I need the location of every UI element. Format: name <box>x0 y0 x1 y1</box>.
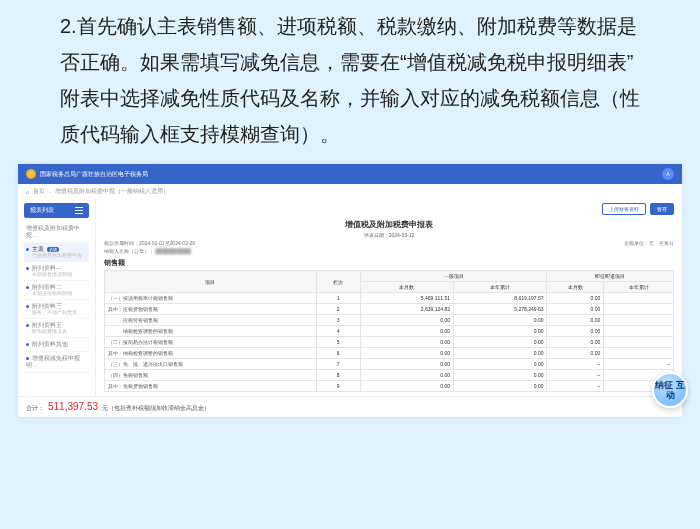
form-period: 税款所属时间：2024-02-01至2024-02-29 <box>104 240 195 246</box>
cell[interactable]: 0.00 <box>547 348 604 359</box>
sidebar-item[interactable]: 附列资料二本期进项税额明细 <box>24 281 89 300</box>
row-label: 应税劳务销售额 <box>105 315 317 326</box>
menu-icon[interactable] <box>75 207 83 215</box>
row-seq: 1 <box>316 293 360 304</box>
row-seq: 8 <box>316 370 360 381</box>
cell[interactable]: 0.00 <box>360 326 453 337</box>
cell[interactable]: 0.00 <box>360 337 453 348</box>
row-seq: 9 <box>316 381 360 392</box>
form-title: 增值税及附加税费申报表 <box>104 219 674 230</box>
cell[interactable] <box>604 293 674 304</box>
sidebar-item-label: 附列资料其他 <box>32 341 68 347</box>
bullet-icon <box>26 267 29 270</box>
row-seq: 2 <box>316 304 360 315</box>
sidebar-item[interactable]: 增值税减免税申报明… <box>24 352 89 373</box>
cell[interactable] <box>604 304 674 315</box>
th-group2: 即征即退项目 <box>547 271 674 282</box>
row-seq: 3 <box>316 315 360 326</box>
cell[interactable]: -- <box>604 359 674 370</box>
cell[interactable]: 0.00 <box>454 370 547 381</box>
titlebar: 国家税务总局广西壮族自治区电子税务局 A <box>18 164 682 184</box>
sidebar-group: 增值税及附加税费申报… <box>24 222 89 243</box>
bullet-icon <box>26 357 29 360</box>
cell[interactable]: 0.00 <box>454 359 547 370</box>
cell[interactable]: 0.00 <box>454 326 547 337</box>
sidebar-item[interactable]: 附列资料三服务、不动产和无形… <box>24 300 89 319</box>
th-byl2: 本年累计 <box>604 282 674 293</box>
cell[interactable]: -- <box>547 370 604 381</box>
cell[interactable] <box>604 315 674 326</box>
footer-amount: 511,397.53 <box>48 401 98 412</box>
breadcrumb-tab[interactable]: 增值税及附加税费申报（一般纳税人适用） <box>55 188 169 195</box>
user-avatar[interactable]: A <box>662 168 674 180</box>
row-seq: 7 <box>316 359 360 370</box>
row-label: 其中：纳税检查调整的销售额 <box>105 348 317 359</box>
sidebar-header[interactable]: 报表列表 <box>24 203 89 218</box>
cell[interactable]: 0.00 <box>360 348 453 359</box>
section-sales: 销售额 <box>104 258 674 268</box>
cell[interactable]: 0.00 <box>360 370 453 381</box>
breadcrumb-home[interactable]: 首页 <box>33 188 45 195</box>
cell[interactable]: 0.00 <box>360 359 453 370</box>
cell[interactable] <box>604 348 674 359</box>
cell[interactable]: 5,278,249.63 <box>454 304 547 315</box>
cell[interactable]: 0.00 <box>547 326 604 337</box>
home-icon[interactable]: ⌂ <box>26 189 29 195</box>
cell[interactable]: -- <box>547 359 604 370</box>
row-seq: 5 <box>316 337 360 348</box>
table-row: 其中：纳税检查调整的销售额60.000.000.00 <box>105 348 674 359</box>
footer-suffix: 元（包括查补税额须加收滞纳金高息金） <box>102 404 210 413</box>
table-row: （三）免、抵、退办法出口销售额70.000.00---- <box>105 359 674 370</box>
required-badge: 必填 <box>47 247 59 252</box>
sidebar-item[interactable]: 附列资料—本期销售情况明细 <box>24 262 89 281</box>
cell[interactable]: 0.00 <box>547 304 604 315</box>
tax-app-window: 国家税务总局广西壮族自治区电子税务局 A ⌂ 首页 · 增值税及附加税费申报（一… <box>18 164 682 417</box>
cell[interactable]: 0.00 <box>547 337 604 348</box>
cell[interactable]: 0.00 <box>547 315 604 326</box>
bullet-icon <box>26 324 29 327</box>
cell[interactable] <box>604 326 674 337</box>
table-row: 其中：免税货物销售额90.000.00---- <box>105 381 674 392</box>
assistant-float-icon[interactable]: 纳征 互动 <box>652 372 688 408</box>
cell[interactable]: 8,619,197.57 <box>454 293 547 304</box>
cell[interactable]: -- <box>547 381 604 392</box>
table-row: （一）按适用税率计税销售额15,469,111.518,619,197.570.… <box>105 293 674 304</box>
sidebar-header-label: 报表列表 <box>30 206 54 215</box>
sidebar-item-sub: 本期销售情况明细 <box>32 272 87 277</box>
table-row: （四）免税销售额80.000.00---- <box>105 370 674 381</box>
cell[interactable]: 0.00 <box>547 293 604 304</box>
cell[interactable]: 2,639,124.82 <box>360 304 453 315</box>
bullet-icon <box>26 305 29 308</box>
cell[interactable] <box>604 337 674 348</box>
sidebar-item[interactable]: 附列资料五附加税费情况表 <box>24 319 89 338</box>
bullet-icon <box>26 286 29 289</box>
breadcrumb: ⌂ 首页 · 增值税及附加税费申报（一般纳税人适用） <box>18 184 682 199</box>
cell[interactable]: 0.00 <box>360 381 453 392</box>
row-label: 纳税检查调整的销售额 <box>105 326 317 337</box>
upload-button[interactable]: 上传财务资料 <box>602 203 646 215</box>
save-button[interactable]: 暂存 <box>650 203 674 215</box>
table-row: 应税劳务销售额30.000.000.00 <box>105 315 674 326</box>
cell[interactable]: 5,469,111.51 <box>360 293 453 304</box>
cell[interactable]: 0.00 <box>454 315 547 326</box>
cell[interactable]: 0.00 <box>360 315 453 326</box>
row-label: （四）免税销售额 <box>105 370 317 381</box>
th-seq: 栏次 <box>316 271 360 293</box>
sidebar-item[interactable]: 主表必填增值税及附加税费申报… <box>24 243 89 262</box>
table-row: 其中：应税货物销售额22,639,124.825,278,249.630.00 <box>105 304 674 315</box>
cell[interactable]: 0.00 <box>454 348 547 359</box>
sales-table: 项目 栏次 一般项目 即征即退项目 本月数 本年累计 本月数 本年累计 （一）按… <box>104 270 674 392</box>
bullet-icon <box>26 343 29 346</box>
app-title: 国家税务总局广西壮族自治区电子税务局 <box>40 170 148 179</box>
row-label: （二）按简易办法计税销售额 <box>105 337 317 348</box>
sidebar: 报表列表 增值税及附加税费申报… 主表必填增值税及附加税费申报…附列资料—本期销… <box>18 199 96 396</box>
cell[interactable]: 0.00 <box>454 337 547 348</box>
taxpayer-label: 纳税人名称（公章）： <box>104 248 154 254</box>
sidebar-item[interactable]: 附列资料其他 <box>24 338 89 352</box>
form-unit: 金额单位：元、至角分 <box>624 240 674 246</box>
th-group1: 一般项目 <box>360 271 547 282</box>
cell[interactable]: 0.00 <box>454 381 547 392</box>
sidebar-item-sub: 本期进项税额明细 <box>32 291 87 296</box>
breadcrumb-sep: · <box>49 189 51 195</box>
sidebar-item-label: 主表 <box>32 246 44 252</box>
